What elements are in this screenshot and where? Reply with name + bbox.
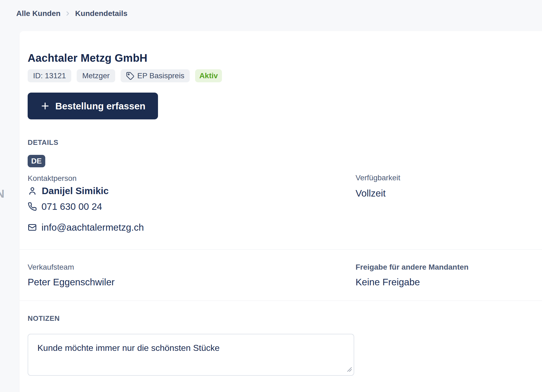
notes-section-heading: NOTIZEN	[28, 314, 60, 323]
clipped-sidebar-label: N	[0, 187, 4, 200]
contact-name-value: Danijel Simikic	[42, 185, 109, 197]
section-divider	[20, 300, 542, 301]
tenant-sharing-label: Freigabe für andere Mandanten	[356, 263, 469, 272]
availability-value: Vollzeit	[356, 188, 386, 199]
contact-email-row: info@aachtalermetzg.ch	[28, 221, 144, 233]
price-list-badge-label: EP Basispreis	[137, 71, 185, 80]
customer-name-title: Aachtaler Metzg GmbH	[28, 51, 147, 65]
create-order-button[interactable]: Bestellung erfassen	[28, 93, 158, 119]
badge-row: ID: 13121 Metzger EP Basispreis Aktiv	[28, 69, 222, 82]
contact-phone-value: 071 630 00 24	[41, 201, 102, 213]
contact-name-row: Danijel Simikic	[28, 185, 109, 197]
price-list-badge: EP Basispreis	[121, 69, 190, 82]
mail-icon	[28, 223, 37, 232]
tenant-sharing-value: Keine Freigabe	[356, 276, 420, 288]
create-order-button-label: Bestellung erfassen	[55, 101, 146, 112]
breadcrumb-item-kundendetails: Kundendetails	[75, 9, 127, 18]
details-section-heading: DETAILS	[28, 138, 59, 147]
section-divider	[20, 249, 542, 250]
status-badge: Aktiv	[195, 69, 222, 82]
language-badge: DE	[28, 155, 45, 167]
notes-input[interactable]: Kunde möchte immer nur die schönsten Stü…	[28, 334, 354, 376]
user-icon	[28, 186, 37, 196]
tag-icon	[126, 72, 134, 80]
chevron-right-icon	[64, 10, 71, 17]
plus-icon	[40, 101, 50, 111]
availability-label: Verfügbarkeit	[356, 173, 400, 182]
notes-field-wrap: Kunde möchte immer nur die schönsten Stü…	[28, 334, 354, 376]
phone-icon	[28, 202, 37, 211]
sales-team-value: Peter Eggenschwiler	[28, 276, 115, 288]
contact-email-value: info@aachtalermetzg.ch	[41, 221, 144, 233]
contact-phone-row: 071 630 00 24	[28, 201, 102, 213]
sales-team-label: Verkaufsteam	[28, 263, 74, 272]
customer-category-badge: Metzger	[77, 69, 115, 82]
breadcrumb-item-alle-kunden[interactable]: Alle Kunden	[16, 9, 60, 18]
contact-person-label: Kontaktperson	[28, 174, 77, 183]
customer-id-badge: ID: 13121	[28, 69, 71, 82]
customer-detail-card: Aachtaler Metzg GmbH ID: 13121 Metzger E…	[20, 31, 542, 392]
breadcrumb: Alle Kunden Kundendetails	[16, 9, 127, 18]
